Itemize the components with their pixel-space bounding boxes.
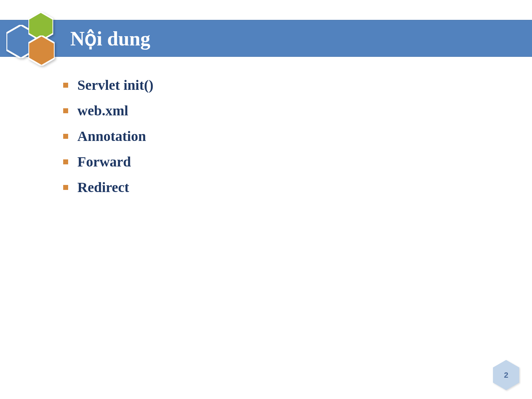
list-item-text: Forward [77,154,131,170]
list-item: Forward [63,154,153,170]
page-number-badge: 2 [493,360,519,390]
page-number: 2 [493,360,519,390]
list-item-text: Annotation [77,129,146,144]
bullet-icon [63,159,68,164]
title-bar: Nội dung [0,20,532,57]
content-list: Servlet init() web.xml Annotation Forwar… [63,77,153,205]
bullet-icon [63,83,68,88]
list-item: Annotation [63,129,153,144]
svg-marker-2 [28,35,55,66]
hexagon-orange-icon [28,35,55,66]
bullet-icon [63,108,68,113]
logo-hex-group [6,12,63,69]
page-title: Nội dung [70,27,150,50]
bullet-icon [63,134,68,139]
list-item-text: Servlet init() [77,77,153,93]
list-item: Servlet init() [63,77,153,93]
list-item-text: Redirect [77,180,129,195]
list-item-text: web.xml [77,103,128,119]
list-item: Redirect [63,180,153,195]
bullet-icon [63,185,68,190]
list-item: web.xml [63,103,153,119]
